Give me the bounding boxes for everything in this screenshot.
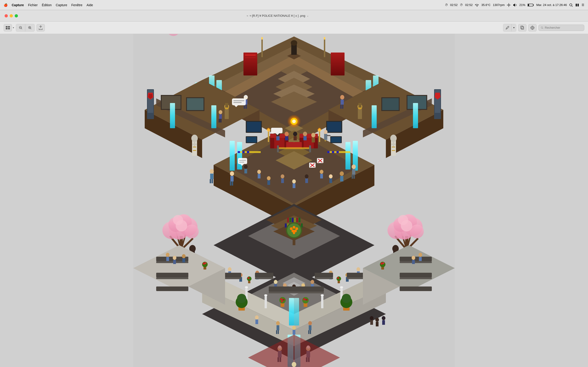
svg-rect-183 xyxy=(294,218,296,222)
svg-rect-26 xyxy=(521,27,524,29)
svg-rect-299 xyxy=(258,174,260,178)
svg-rect-291 xyxy=(232,181,233,186)
svg-rect-180 xyxy=(287,218,289,222)
app-name[interactable]: Capture xyxy=(12,3,24,7)
svg-point-224 xyxy=(321,294,324,296)
svg-rect-389 xyxy=(400,273,432,277)
svg-rect-52 xyxy=(261,39,263,57)
svg-rect-294 xyxy=(239,160,246,161)
title-chevron[interactable]: ⌄ xyxy=(307,14,309,17)
svg-rect-353 xyxy=(277,325,279,330)
room-scene xyxy=(133,34,455,367)
svg-rect-342 xyxy=(255,273,273,277)
svg-point-261 xyxy=(173,215,183,225)
svg-point-409 xyxy=(390,135,397,142)
svg-point-222 xyxy=(340,286,343,288)
svg-point-166 xyxy=(293,132,297,136)
svg-rect-102 xyxy=(246,105,247,109)
menu-fichier[interactable]: Fichier xyxy=(28,3,38,7)
close-button[interactable] xyxy=(5,14,8,17)
svg-rect-141 xyxy=(327,122,341,132)
svg-rect-309 xyxy=(320,174,323,178)
svg-rect-359 xyxy=(309,325,311,330)
svg-rect-387 xyxy=(400,257,432,261)
svg-rect-344 xyxy=(347,273,365,277)
fullscreen-button[interactable] xyxy=(15,14,18,17)
notification-center-icon[interactable]: ☰ xyxy=(582,3,584,7)
pen-dropdown: ▾ xyxy=(503,24,516,32)
view-chevron[interactable]: ▾ xyxy=(13,26,14,29)
copy-button[interactable] xyxy=(518,24,527,31)
svg-rect-135 xyxy=(327,151,330,153)
svg-rect-186 xyxy=(285,223,287,227)
svg-rect-390 xyxy=(400,277,432,279)
svg-rect-219 xyxy=(265,296,267,308)
svg-rect-361 xyxy=(310,330,311,334)
svg-rect-311 xyxy=(329,178,332,183)
svg-point-157 xyxy=(318,127,321,131)
svg-point-28 xyxy=(531,26,534,29)
timer-icon1: ⏱ xyxy=(445,3,448,7)
share-button[interactable] xyxy=(36,24,45,31)
title-icon: ≈ xyxy=(247,14,248,17)
svg-rect-406 xyxy=(193,147,196,148)
svg-point-164 xyxy=(285,132,289,136)
svg-rect-155 xyxy=(319,131,320,142)
apple-menu[interactable]: 🍎 xyxy=(4,3,8,7)
battery-pct: 21% xyxy=(519,3,525,7)
zoom-out-button[interactable] xyxy=(16,24,25,31)
svg-point-237 xyxy=(281,300,283,302)
svg-rect-354 xyxy=(276,330,277,334)
svg-point-421 xyxy=(205,262,207,264)
toolbar: ▾ ▾ xyxy=(0,22,588,34)
control-center-icon[interactable] xyxy=(575,3,579,7)
svg-line-35 xyxy=(543,28,543,29)
timer-value1: 02:52 xyxy=(450,3,458,7)
svg-line-22 xyxy=(31,28,31,29)
search-input[interactable] xyxy=(545,26,582,29)
svg-rect-167 xyxy=(294,136,297,140)
svg-rect-174 xyxy=(327,135,330,136)
view-mode-button[interactable] xyxy=(4,24,12,31)
svg-point-13 xyxy=(578,5,579,6)
window-title: ≈ ≈ [R.F] ¥ POLICE NATIONALE ¥ [ ± ] .pn… xyxy=(247,14,309,17)
svg-rect-349 xyxy=(269,292,324,293)
battery-icon xyxy=(527,3,534,7)
svg-point-201 xyxy=(294,230,297,232)
svg-rect-373 xyxy=(370,320,373,325)
svg-point-374 xyxy=(375,318,379,322)
svg-point-234 xyxy=(279,297,286,303)
svg-point-103 xyxy=(219,110,222,114)
minimize-button[interactable] xyxy=(10,14,13,17)
svg-rect-393 xyxy=(166,257,169,261)
svg-rect-355 xyxy=(278,330,279,334)
svg-point-240 xyxy=(303,298,305,300)
svg-point-34 xyxy=(541,27,543,28)
svg-point-425 xyxy=(382,262,384,264)
spotlight-icon[interactable] xyxy=(569,3,573,7)
search-box[interactable] xyxy=(538,25,584,31)
menu-fenetre[interactable]: Fenêtre xyxy=(71,3,82,7)
pen-button[interactable] xyxy=(503,24,511,31)
svg-rect-161 xyxy=(276,136,279,140)
menu-capture[interactable]: Capture xyxy=(56,3,67,7)
menu-edition[interactable]: Édition xyxy=(42,3,52,7)
svg-rect-348 xyxy=(269,286,324,292)
svg-rect-377 xyxy=(382,320,385,325)
svg-rect-171 xyxy=(312,137,315,142)
svg-rect-181 xyxy=(289,218,291,222)
svg-line-19 xyxy=(21,28,22,29)
svg-point-29 xyxy=(532,27,533,28)
pen-chevron[interactable]: ▾ xyxy=(511,24,516,31)
zoom-in-button[interactable] xyxy=(25,24,35,31)
target-button[interactable] xyxy=(528,24,536,31)
svg-point-304 xyxy=(292,179,296,184)
svg-point-324 xyxy=(274,280,277,284)
svg-point-154 xyxy=(267,127,270,131)
svg-point-403 xyxy=(191,135,198,142)
menu-aide[interactable]: Aide xyxy=(86,3,93,7)
svg-point-358 xyxy=(308,321,312,325)
svg-point-431 xyxy=(337,277,339,279)
svg-point-170 xyxy=(311,133,315,137)
svg-rect-297 xyxy=(244,169,247,173)
